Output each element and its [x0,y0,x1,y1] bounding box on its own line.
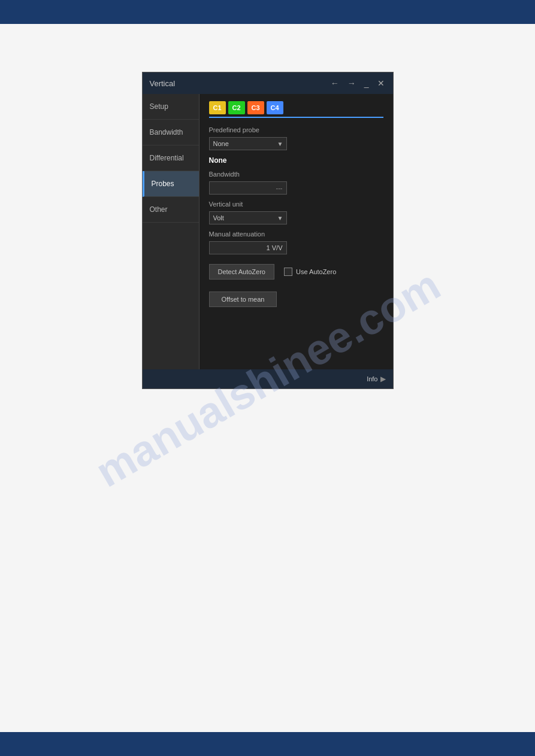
sidebar-item-differential[interactable]: Differential [143,145,199,171]
predefined-probe-section: Predefined probe None ▼ [209,126,383,150]
channel-tabs: C1 C2 C3 C4 [209,101,383,118]
predefined-probe-wrapper: None ▼ [209,137,287,150]
info-label: Info [367,375,377,382]
manual-attenuation-input[interactable] [209,241,287,254]
dialog-titlebar: Vertical ← → _ ✕ [143,72,393,94]
sidebar-item-setup[interactable]: Setup [143,94,199,120]
bandwidth-label: Bandwidth [209,171,383,178]
use-autozero-checkbox[interactable] [284,268,292,276]
manual-attenuation-label: Manual attenuation [209,230,383,238]
vertical-dialog: Vertical ← → _ ✕ Setup Bandwidth Differe… [142,72,394,389]
offset-to-mean-button[interactable]: Offset to mean [209,292,277,307]
vertical-unit-section: Vertical unit Volt ▼ [209,201,383,224]
dialog-footer: Info ▶ [143,369,393,388]
detect-autozero-button[interactable]: Detect AutoZero [209,264,275,280]
titlebar-controls: ← → _ ✕ [330,78,386,88]
vertical-unit-label: Vertical unit [209,201,383,208]
back-button[interactable]: ← [330,78,340,88]
vertical-unit-wrapper: Volt ▼ [209,211,287,224]
use-autozero-label: Use AutoZero [296,268,336,275]
sidebar: Setup Bandwidth Differential Probes Othe… [143,94,200,369]
main-content: C1 C2 C3 C4 Predefined probe [200,94,393,369]
autozero-row: Detect AutoZero Use AutoZero [209,264,383,280]
channel-tab-c3[interactable]: C3 [247,101,264,114]
channel-tab-c1[interactable]: C1 [209,101,226,114]
use-autozero-checkbox-row: Use AutoZero [284,268,336,276]
predefined-probe-selected-value: None [209,156,383,165]
dialog-title: Vertical [150,79,176,88]
minimize-button[interactable]: _ [363,78,370,88]
sidebar-item-probes[interactable]: Probes [143,171,199,197]
vertical-unit-select[interactable]: Volt [209,211,287,224]
channel-tab-c2[interactable]: C2 [228,101,245,114]
sidebar-item-other[interactable]: Other [143,197,199,223]
predefined-probe-select[interactable]: None [209,137,287,150]
predefined-probe-label: Predefined probe [209,126,383,133]
close-button[interactable]: ✕ [376,78,386,88]
top-bar [0,0,535,24]
channel-tab-c4[interactable]: C4 [267,101,283,114]
bandwidth-input[interactable] [209,181,287,195]
bandwidth-section: Bandwidth [209,171,383,195]
page-content: manualshinee.com Vertical ← → _ ✕ Setup … [0,24,535,732]
info-button[interactable]: Info ▶ [367,375,385,383]
forward-button[interactable]: → [346,78,357,88]
bottom-bar [0,732,535,756]
sidebar-item-bandwidth[interactable]: Bandwidth [143,120,199,145]
manual-attenuation-section: Manual attenuation [209,230,383,254]
dialog-body: Setup Bandwidth Differential Probes Othe… [143,94,393,369]
info-arrow-icon: ▶ [380,375,386,383]
